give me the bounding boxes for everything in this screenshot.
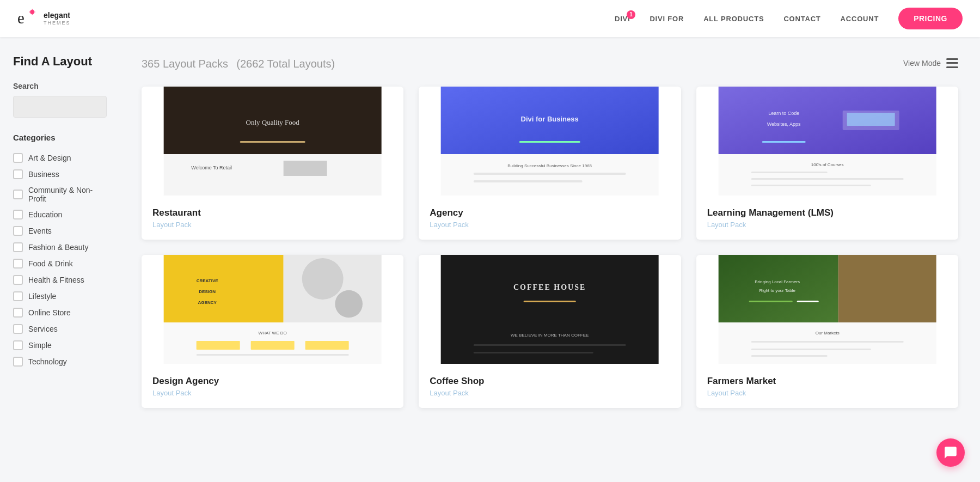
svg-rect-43 <box>197 354 349 356</box>
category-label-simple: Simple <box>28 341 52 350</box>
svg-text:100's of Courses: 100's of Courses <box>811 162 843 167</box>
svg-text:Building Successful Businesses: Building Successful Businesses Since 196… <box>508 163 592 168</box>
category-checkbox-services[interactable] <box>13 324 23 334</box>
svg-rect-8 <box>240 141 305 143</box>
category-checkbox-community-non-profit[interactable] <box>13 190 23 199</box>
svg-point-1 <box>30 10 34 14</box>
logo-icon: e <box>17 8 39 29</box>
svg-point-37 <box>335 290 363 318</box>
search-input[interactable] <box>13 96 107 118</box>
category-item-events[interactable]: Events <box>13 223 107 239</box>
category-checkbox-fashion-beauty[interactable] <box>13 242 23 252</box>
category-checkbox-lifestyle[interactable] <box>13 291 23 301</box>
category-checkbox-online-store[interactable] <box>13 308 23 318</box>
card-info-lms: Learning Management (LMS) Layout Pack <box>696 198 958 240</box>
category-item-health-fitness[interactable]: Health & Fitness <box>13 272 107 288</box>
svg-rect-60 <box>751 349 871 350</box>
svg-rect-9 <box>164 154 382 196</box>
svg-text:e: e <box>17 9 24 27</box>
svg-rect-42 <box>305 341 349 350</box>
card-subtitle-agency: Layout Pack <box>430 221 670 229</box>
logo-title: elegant <box>44 11 71 20</box>
category-label-technology: Technology <box>28 357 67 366</box>
svg-rect-19 <box>718 87 936 154</box>
main-nav: DIVI 1 DIVI FOR ALL PRODUCTS CONTACT ACC… <box>615 8 963 29</box>
category-checkbox-health-fitness[interactable] <box>13 275 23 285</box>
card-subtitle-restaurant: Layout Pack <box>152 221 393 229</box>
svg-rect-49 <box>474 344 626 346</box>
svg-text:Bringing Local Farmers: Bringing Local Farmers <box>755 279 800 284</box>
logo[interactable]: e elegant themes <box>17 8 71 29</box>
card-title-design-agency: Design Agency <box>152 376 393 387</box>
svg-rect-46 <box>524 301 576 302</box>
svg-text:WE BELIEVE IN MORE THAN COFFEE: WE BELIEVE IN MORE THAN COFFEE <box>511 333 589 338</box>
category-label-art-design: Art & Design <box>28 154 71 162</box>
card-title-coffee-shop: Coffee Shop <box>430 376 670 387</box>
svg-rect-28 <box>751 172 827 173</box>
nav-divi[interactable]: DIVI 1 <box>615 15 630 23</box>
svg-text:Learn to Code: Learn to Code <box>768 111 799 116</box>
card-agency[interactable]: Divi for Business Building Successful Bu… <box>419 87 681 240</box>
category-item-art-design[interactable]: Art & Design <box>13 150 107 166</box>
divi-badge: 1 <box>627 10 635 19</box>
category-label-health-fitness: Health & Fitness <box>28 276 84 284</box>
svg-rect-26 <box>718 154 936 196</box>
card-subtitle-lms: Layout Pack <box>707 221 947 229</box>
card-farmers-market[interactable]: Bringing Local Farmers Right to your Tab… <box>696 255 958 408</box>
card-design-agency[interactable]: CREATIVE DESIGN AGENCY WHAT WE DO Design… <box>142 255 403 408</box>
category-item-lifestyle[interactable]: Lifestyle <box>13 288 107 304</box>
card-restaurant[interactable]: Only Quality Food Welcome To Retail Rest… <box>142 87 403 240</box>
svg-rect-61 <box>751 355 827 357</box>
nav-divi-for[interactable]: DIVI FOR <box>650 15 684 23</box>
svg-rect-50 <box>474 352 593 353</box>
category-item-fashion-beauty[interactable]: Fashion & Beauty <box>13 239 107 255</box>
view-mode[interactable]: View Mode <box>903 58 958 68</box>
nav-account[interactable]: ACCOUNT <box>841 15 879 23</box>
card-title-agency: Agency <box>430 208 670 218</box>
nav-contact[interactable]: CONTACT <box>783 15 820 23</box>
card-image-lms: Learn to Code Websites, Apps 100's of Co… <box>696 87 958 196</box>
category-item-simple[interactable]: Simple <box>13 337 107 353</box>
category-checkbox-education[interactable] <box>13 210 23 219</box>
pricing-button[interactable]: PRICING <box>898 8 963 29</box>
logo-subtitle: themes <box>44 20 71 26</box>
category-item-education[interactable]: Education <box>13 206 107 223</box>
svg-rect-11 <box>284 161 327 176</box>
card-coffee-shop[interactable]: COFFEE HOUSE WE BELIEVE IN MORE THAN COF… <box>419 255 681 408</box>
svg-text:Our Markets: Our Markets <box>815 331 839 335</box>
card-image-design-agency: CREATIVE DESIGN AGENCY WHAT WE DO <box>142 255 403 364</box>
main-content: 365 Layout Packs (2662 Total Layouts) Vi… <box>120 37 980 425</box>
card-image-agency: Divi for Business Building Successful Bu… <box>419 87 681 196</box>
category-item-technology[interactable]: Technology <box>13 353 107 370</box>
svg-text:COFFEE HOUSE: COFFEE HOUSE <box>513 283 586 291</box>
category-label-food-drink: Food & Drink <box>28 259 73 268</box>
categories-list: Art & Design Business Community & Non-Pr… <box>13 150 107 370</box>
svg-text:DESIGN: DESIGN <box>199 289 216 294</box>
svg-point-36 <box>302 258 344 300</box>
svg-text:AGENCY: AGENCY <box>198 300 217 305</box>
category-label-community-non-profit: Community & Non-Profit <box>28 186 107 203</box>
svg-rect-30 <box>751 185 871 186</box>
svg-rect-18 <box>474 180 583 182</box>
card-info-design-agency: Design Agency Layout Pack <box>142 366 403 408</box>
search-label: Search <box>13 82 107 90</box>
category-checkbox-business[interactable] <box>13 169 23 179</box>
category-checkbox-art-design[interactable] <box>13 153 23 163</box>
nav-all-products[interactable]: ALL PRODUCTS <box>703 15 764 23</box>
svg-rect-57 <box>718 322 936 364</box>
category-checkbox-technology[interactable] <box>13 357 23 367</box>
category-checkbox-simple[interactable] <box>13 340 23 350</box>
category-item-online-store[interactable]: Online Store <box>13 304 107 321</box>
card-info-coffee-shop: Coffee Shop Layout Pack <box>419 366 681 408</box>
category-item-business[interactable]: Business <box>13 166 107 182</box>
svg-rect-47 <box>441 322 659 364</box>
card-lms[interactable]: Learn to Code Websites, Apps 100's of Co… <box>696 87 958 240</box>
category-item-community-non-profit[interactable]: Community & Non-Profit <box>13 182 107 206</box>
card-info-agency: Agency Layout Pack <box>419 198 681 240</box>
svg-text:Websites, Apps: Websites, Apps <box>767 121 800 127</box>
category-checkbox-food-drink[interactable] <box>13 259 23 269</box>
svg-rect-56 <box>797 301 818 302</box>
category-item-services[interactable]: Services <box>13 321 107 337</box>
category-checkbox-events[interactable] <box>13 226 23 236</box>
category-item-food-drink[interactable]: Food & Drink <box>13 255 107 272</box>
